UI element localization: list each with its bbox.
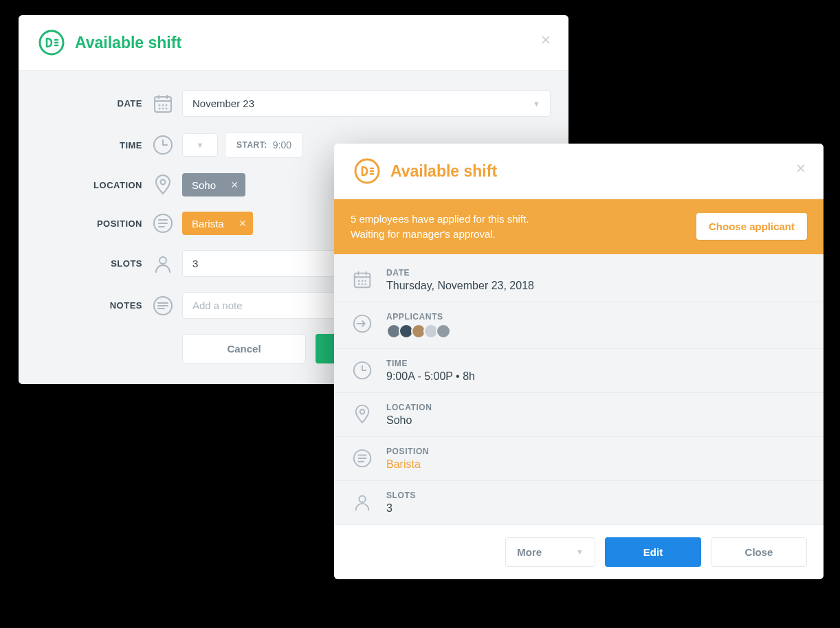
position-label: POSITION — [386, 447, 429, 456]
app-logo-icon — [353, 157, 381, 185]
position-tag-text: Barista — [192, 218, 224, 229]
start-value: 9:00 — [273, 139, 291, 150]
details-footer: More ▼ Edit Close — [334, 524, 824, 579]
location-pin-icon — [152, 174, 174, 196]
more-button[interactable]: More ▼ — [505, 537, 595, 567]
position-value: Barista — [386, 458, 429, 471]
remove-tag-icon[interactable]: × — [231, 179, 239, 191]
clock-icon — [352, 360, 373, 381]
app-logo-icon — [38, 29, 65, 56]
applicants-icon — [352, 313, 373, 334]
edit-button[interactable]: Edit — [605, 537, 701, 567]
person-icon — [352, 492, 373, 513]
time-preset-select[interactable]: ▼ — [182, 133, 218, 157]
detail-row-position: POSITION Barista — [334, 437, 824, 481]
location-tag-text: Soho — [192, 179, 216, 191]
position-icon — [152, 212, 174, 234]
slots-label: SLOTS — [386, 491, 416, 500]
date-label: DATE — [386, 268, 534, 278]
start-prefix: START: — [236, 140, 267, 150]
position-icon — [352, 448, 373, 469]
avatar[interactable] — [436, 324, 451, 339]
choose-applicant-button[interactable]: Choose applicant — [696, 213, 807, 240]
close-icon[interactable]: × — [541, 32, 551, 48]
chevron-down-icon: ▼ — [197, 141, 204, 149]
chevron-down-icon: ▼ — [576, 548, 584, 556]
time-label: TIME — [19, 140, 142, 150]
remove-tag-icon[interactable]: × — [239, 217, 247, 229]
location-label: LOCATION — [19, 180, 142, 190]
location-pin-icon — [352, 404, 373, 425]
person-icon — [152, 253, 174, 275]
location-tag[interactable]: Soho × — [182, 173, 245, 197]
available-shift-details-modal: Available shift × 5 employees have appli… — [334, 144, 824, 579]
position-tag[interactable]: Barista × — [182, 212, 253, 235]
date-select[interactable]: November 23 ▼ — [182, 90, 551, 117]
details-modal-title: Available shift — [390, 162, 497, 181]
calendar-icon — [352, 269, 373, 290]
banner-line-2: Waiting for manager's approval. — [351, 227, 529, 242]
position-label: POSITION — [19, 218, 142, 229]
notes-placeholder: Add a note — [192, 300, 243, 311]
location-value: Soho — [386, 414, 432, 427]
notes-label: NOTES — [19, 300, 142, 311]
clock-icon — [152, 134, 174, 156]
details-body: DATE Thursday, November 23, 2018 APPLICA… — [334, 254, 824, 524]
detail-row-location: LOCATION Soho — [334, 393, 824, 437]
date-label: DATE — [19, 98, 142, 109]
form-modal-title: Available shift — [75, 34, 181, 52]
date-value: Thursday, November 23, 2018 — [386, 280, 534, 292]
chevron-down-icon: ▼ — [533, 100, 540, 108]
time-value: 9:00A - 5:00P • 8h — [386, 370, 475, 383]
banner-line-1: 5 employees have applied for this shift. — [351, 212, 529, 227]
detail-row-applicants: APPLICANTS — [334, 302, 824, 349]
details-modal-header: Available shift × — [334, 144, 824, 199]
date-value: November 23 — [192, 98, 254, 109]
close-icon[interactable]: × — [796, 160, 806, 177]
cancel-button[interactable]: Cancel — [182, 334, 306, 363]
detail-row-slots: SLOTS 3 — [334, 481, 824, 524]
approval-banner: 5 employees have applied for this shift.… — [334, 199, 824, 254]
slots-value: 3 — [192, 258, 198, 269]
applicant-avatars[interactable] — [386, 324, 451, 339]
row-date: DATE November 23 ▼ — [19, 90, 551, 117]
location-label: LOCATION — [386, 403, 432, 412]
applicants-label: APPLICANTS — [386, 312, 451, 322]
more-label: More — [517, 546, 542, 558]
notes-icon — [152, 295, 174, 317]
time-label: TIME — [386, 359, 475, 368]
start-time-input[interactable]: START: 9:00 — [225, 132, 303, 158]
slots-label: SLOTS — [19, 258, 142, 269]
close-button[interactable]: Close — [711, 537, 807, 567]
detail-row-time: TIME 9:00A - 5:00P • 8h — [334, 349, 824, 393]
detail-row-date: DATE Thursday, November 23, 2018 — [334, 258, 824, 302]
calendar-icon — [152, 93, 174, 115]
banner-message: 5 employees have applied for this shift.… — [351, 212, 529, 242]
form-modal-header: Available shift × — [19, 15, 568, 71]
slots-value: 3 — [386, 502, 416, 515]
